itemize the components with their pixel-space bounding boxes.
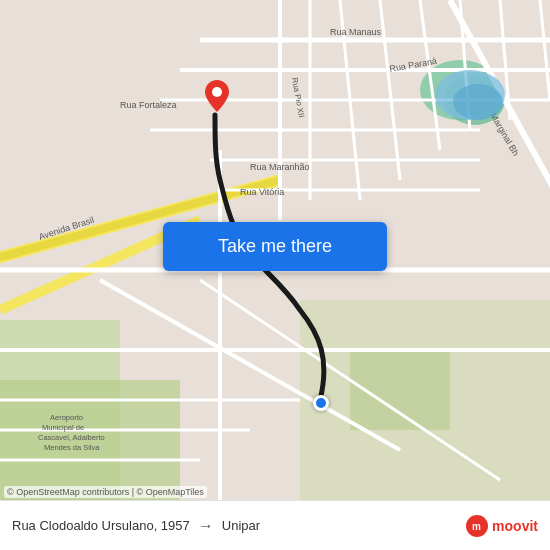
moovit-icon: m <box>466 515 488 537</box>
svg-text:Municipal de: Municipal de <box>42 423 84 432</box>
moovit-logo-text: moovit <box>492 518 538 534</box>
svg-text:Aeroporto: Aeroporto <box>50 413 83 422</box>
moovit-logo: m moovit <box>466 515 538 537</box>
map-attribution: © OpenStreetMap contributors | © OpenMap… <box>4 486 207 498</box>
route-arrow: → <box>198 517 214 535</box>
svg-text:m: m <box>472 521 481 532</box>
svg-text:Rua Manaus: Rua Manaus <box>330 27 382 37</box>
svg-text:Cascavel, Adalberto: Cascavel, Adalberto <box>38 433 105 442</box>
destination-pin <box>205 80 229 116</box>
route-from: Rua Clodoaldo Ursulano, 1957 <box>12 518 190 533</box>
route-to: Unipar <box>222 518 260 533</box>
map-container: Rua Manaus Rua Fortaleza Avenida Brasil … <box>0 0 550 500</box>
svg-text:Rua Fortaleza: Rua Fortaleza <box>120 100 177 110</box>
svg-text:Rua Maranhão: Rua Maranhão <box>250 162 310 172</box>
svg-point-47 <box>212 87 222 97</box>
take-me-there-button[interactable]: Take me there <box>163 222 387 271</box>
bottom-bar: Rua Clodoaldo Ursulano, 1957 → Unipar m … <box>0 500 550 550</box>
current-location-dot <box>313 395 329 411</box>
svg-text:Mendes da Silva: Mendes da Silva <box>44 443 100 452</box>
svg-text:Rua Vitória: Rua Vitória <box>240 187 284 197</box>
svg-point-46 <box>453 84 503 120</box>
